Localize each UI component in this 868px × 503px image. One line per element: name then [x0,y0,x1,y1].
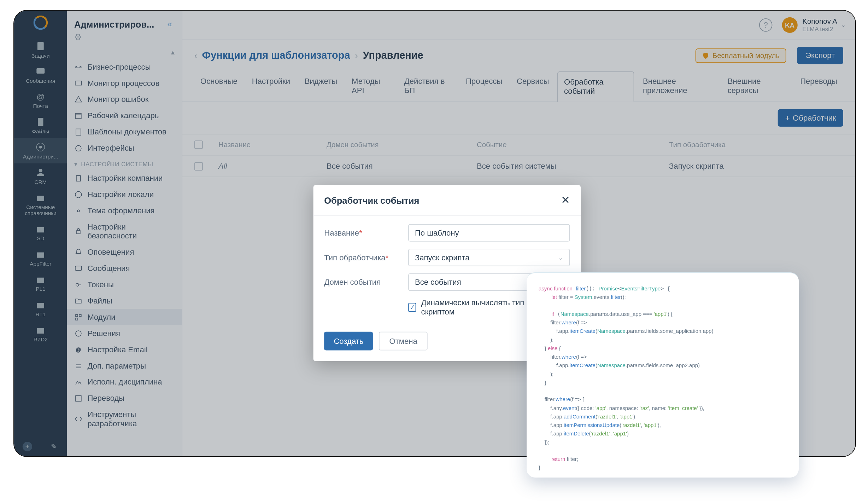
menu-theme[interactable]: Тема оформления [67,202,182,219]
name-input[interactable] [408,224,570,242]
nav-directories[interactable]: Системные справочники [14,189,67,220]
tabs: Основные Настройки Виджеты Методы API Де… [182,71,855,102]
nav-mail[interactable]: @Почта [14,88,67,113]
menu-notifications[interactable]: Оповещения [67,244,182,260]
nav-crm[interactable]: CRM [14,163,67,189]
col-domain: Домен события [327,140,477,149]
menu-doc-templates[interactable]: Шаблоны документов [67,124,182,140]
menu-locale-settings[interactable]: Настройки локали [67,186,182,202]
select-all-checkbox[interactable] [194,140,203,149]
label-domain: Домен события [324,278,408,287]
svg-point-14 [80,66,81,68]
nav-rzd2[interactable]: RZD2 [14,321,67,346]
svg-rect-19 [76,175,81,181]
nav-settings-button[interactable]: ✎ [49,442,59,451]
nav-appfilter[interactable]: AppFilter [14,245,67,270]
svg-rect-7 [37,196,44,201]
tab-processes[interactable]: Процессы [460,71,508,102]
code-content: async function filter(): Promise<EventsF… [539,284,787,472]
menu-extra-params[interactable]: Доп. параметры [67,358,182,374]
add-handler-button[interactable]: +Обработчик [778,109,843,127]
svg-point-18 [76,145,81,151]
section-collapse-icon[interactable]: ▴ [67,46,182,59]
col-event: Событие [477,140,669,149]
svg-rect-10 [37,278,44,283]
svg-point-13 [76,66,77,68]
svg-rect-16 [76,113,81,118]
nav-add-button[interactable]: + [23,442,32,451]
type-select[interactable]: Запуск скрипта⌄ [408,249,570,266]
col-type: Тип обработчика [669,140,843,149]
menu-messages[interactable]: Сообщения [67,260,182,277]
free-module-badge: Бесплатный модуль [696,48,786,63]
row-checkbox[interactable] [194,162,203,170]
plus-icon: + [785,114,790,123]
svg-rect-23 [75,266,82,270]
svg-rect-11 [37,303,44,308]
svg-rect-1 [36,68,45,74]
tab-api[interactable]: Методы API [346,71,396,102]
svg-point-20 [75,191,82,197]
tab-bp-actions[interactable]: Действия в БП [398,71,457,102]
svg-rect-30 [76,395,81,401]
help-icon[interactable]: ? [759,18,772,31]
app-nav: Задачи Сообщения @Почта Файлы Администри… [14,11,67,456]
breadcrumb-parent[interactable]: Функции для шаблонизатора [202,50,350,62]
tab-services[interactable]: Сервисы [511,71,555,102]
user-avatar[interactable]: KA [782,17,797,33]
tab-settings[interactable]: Настройки [246,71,296,102]
code-snippet-card: async function filter(): Promise<EventsF… [527,272,799,478]
create-button[interactable]: Создать [324,332,373,351]
breadcrumb-current: Управление [363,50,423,62]
svg-text:@: @ [36,92,45,101]
menu-translations[interactable]: Переводы [67,390,182,406]
nav-rt1[interactable]: RT1 [14,296,67,321]
chevron-down-icon: ⌄ [841,22,846,28]
nav-sd[interactable]: SD [14,220,67,245]
tab-external-app[interactable]: Внешнее приложение [637,71,719,102]
menu-modules[interactable]: Модули [67,309,182,325]
svg-text:@: @ [76,347,81,352]
menu-error-monitor[interactable]: Монитор ошибок [67,91,182,108]
menu-solutions[interactable]: Решения [67,325,182,341]
nav-tasks[interactable]: Задачи [14,37,67,62]
menu-interfaces[interactable]: Интерфейсы [67,140,182,156]
chevron-down-icon: ⌄ [558,254,563,260]
tab-external-services[interactable]: Внешние сервисы [722,71,792,102]
nav-admin[interactable]: Администри... [14,138,67,163]
menu-discipline[interactable]: Исполн. дисциплина [67,374,182,390]
nav-pl1[interactable]: PL1 [14,270,67,295]
sidebar-settings-icon[interactable]: ⚙ [67,32,182,45]
svg-rect-8 [37,227,44,232]
nav-files[interactable]: Файлы [14,113,67,138]
menu-calendar[interactable]: Рабочий календарь [67,108,182,124]
tab-translations[interactable]: Переводы [794,71,843,102]
export-button[interactable]: Экспорт [797,47,843,64]
svg-rect-17 [76,129,81,135]
tab-main[interactable]: Основные [194,71,244,102]
menu-dev-tools[interactable]: Инструменты разработчика [67,406,182,432]
menu-process-monitor[interactable]: Монитор процессов [67,75,182,91]
tab-widgets[interactable]: Виджеты [299,71,343,102]
collapse-sidebar-icon[interactable]: « [165,17,175,31]
handlers-table: Название Домен события Событие Тип обраб… [182,134,855,177]
menu-email[interactable]: @Настройка Email [67,341,182,358]
menu-security[interactable]: Настройки безопасности [67,219,182,244]
col-name: Название [218,140,327,149]
dynamic-checkbox[interactable]: ✓ [408,302,416,312]
cancel-button[interactable]: Отмена [379,332,428,351]
menu-company-settings[interactable]: Настройки компании [67,170,182,186]
menu-files[interactable]: Файлы [67,293,182,309]
table-row[interactable]: All Все события Все события системы Запу… [182,156,855,177]
svg-rect-15 [75,81,82,85]
svg-point-21 [77,209,80,212]
svg-point-28 [76,330,81,336]
tab-event-handling[interactable]: Обработка событий [557,71,634,102]
menu-business-processes[interactable]: Бизнес-процессы [67,59,182,75]
menu-tokens[interactable]: Токены [67,276,182,293]
breadcrumb-back-icon[interactable]: ‹ [194,51,197,60]
close-icon[interactable]: ✕ [561,193,570,207]
user-menu[interactable]: Kononov A ELMA test2 [802,17,837,32]
svg-rect-22 [77,231,80,234]
nav-messages[interactable]: Сообщения [14,62,67,87]
